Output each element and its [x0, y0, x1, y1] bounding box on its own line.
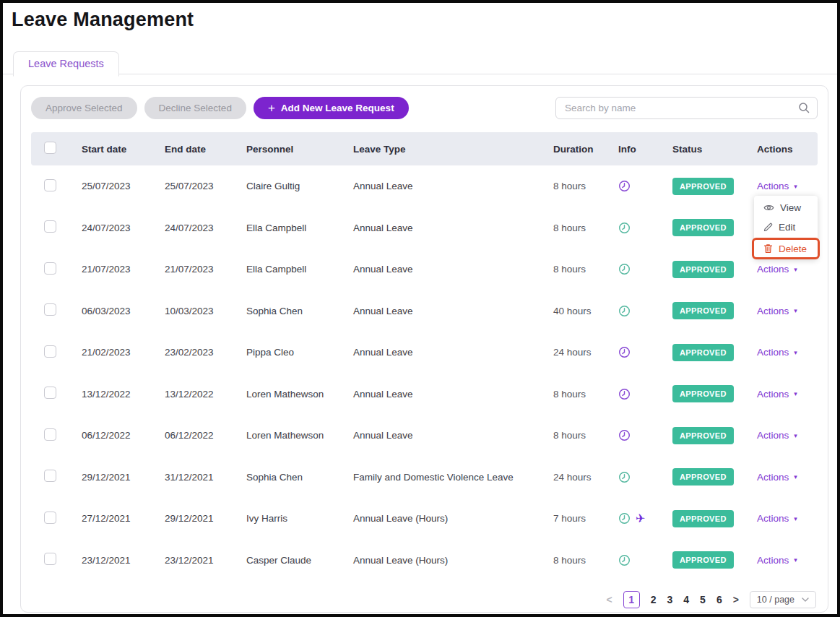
cell-duration: 24 hours [553, 472, 618, 483]
row-actions-link[interactable]: Actions ▾ [757, 389, 797, 400]
cell-status: APPROVED [672, 344, 757, 361]
chevron-down-icon [802, 597, 809, 602]
status-badge: APPROVED [672, 302, 734, 319]
row-checkbox[interactable] [44, 553, 56, 565]
search-input[interactable] [555, 97, 818, 119]
tab-label: Leave Requests [28, 58, 104, 69]
row-actions-link[interactable]: Actions ▾ [757, 472, 797, 483]
cell-actions: Actions ▾ [757, 472, 818, 483]
pagination-prev-button[interactable]: < [607, 594, 612, 605]
cell-end-date: 23/12/2021 [165, 555, 246, 566]
header-leave-type: Leave Type [353, 144, 553, 155]
row-actions-link[interactable]: Actions ▾ [757, 306, 797, 316]
table-row: 24/07/2023 24/07/2023 Ella Campbell Annu… [31, 207, 818, 249]
cell-leave-type: Annual Leave [353, 347, 553, 358]
cell-duration: 40 hours [553, 306, 618, 316]
cell-start-date: 23/12/2021 [82, 555, 165, 566]
row-checkbox[interactable] [44, 470, 56, 482]
actions-link-label: Actions [757, 389, 789, 400]
cell-actions: Actions ▾ [757, 264, 818, 275]
select-all-checkbox[interactable] [44, 142, 56, 154]
chevron-down-icon: ▾ [794, 556, 797, 564]
clock-icon [618, 554, 631, 566]
cell-actions: Actions ▾ [757, 306, 818, 316]
row-checkbox[interactable] [44, 345, 56, 358]
menu-item-edit[interactable]: Edit [754, 217, 818, 237]
edit-label: Edit [779, 222, 795, 233]
row-actions-link[interactable]: Actions ▾ [757, 264, 797, 275]
cell-start-date: 06/03/2023 [82, 306, 165, 316]
pagination-page-5[interactable]: 5 [700, 594, 706, 605]
menu-item-delete[interactable]: Delete [752, 238, 820, 259]
cell-info: ✈ [618, 346, 672, 358]
pagination-page-1[interactable]: 1 [623, 591, 640, 608]
add-new-leave-request-button[interactable]: + Add New Leave Request [254, 97, 409, 119]
chevron-down-icon: ▾ [794, 349, 797, 356]
cell-checkbox [31, 553, 82, 567]
row-actions-link[interactable]: Actions ▾ [757, 181, 797, 191]
row-actions-link[interactable]: Actions ▾ [757, 513, 797, 524]
actions-link-label: Actions [757, 181, 789, 191]
status-badge: APPROVED [672, 219, 734, 236]
cell-status: APPROVED [672, 302, 757, 319]
row-actions-link[interactable]: Actions ▾ [757, 555, 797, 566]
tab-bar: Leave Requests [3, 51, 837, 74]
row-checkbox[interactable] [44, 303, 56, 316]
chevron-down-icon: ▾ [794, 307, 797, 314]
chevron-down-icon: ▾ [794, 473, 797, 480]
cell-start-date: 21/02/2023 [82, 347, 165, 358]
pagination-page-3[interactable]: 3 [667, 594, 672, 605]
cell-checkbox [31, 512, 82, 526]
pagination-page-2[interactable]: 2 [651, 594, 657, 605]
chevron-down-icon: ▾ [794, 266, 797, 273]
row-checkbox[interactable] [44, 179, 56, 191]
cell-end-date: 24/07/2023 [165, 223, 246, 233]
cell-personnel: Casper Claude [246, 555, 353, 566]
cell-checkbox [31, 470, 82, 484]
clock-icon [618, 305, 631, 317]
row-actions-link[interactable]: Actions ▾ [757, 347, 797, 358]
table-row: 21/07/2023 21/07/2023 Ella Campbell Annu… [31, 249, 818, 290]
pagination-page-6[interactable]: 6 [716, 594, 722, 605]
row-checkbox[interactable] [44, 512, 56, 524]
cell-duration: 8 hours [553, 430, 618, 441]
search-container [555, 97, 818, 119]
cell-status: APPROVED [672, 468, 757, 486]
cell-personnel: Loren Mathewson [246, 389, 353, 400]
row-checkbox[interactable] [44, 428, 56, 441]
cell-checkbox [31, 262, 82, 277]
chevron-down-icon: ▾ [794, 432, 797, 439]
row-checkbox[interactable] [44, 387, 56, 399]
actions-link-label: Actions [757, 430, 789, 441]
cell-checkbox [31, 345, 82, 360]
tab-leave-requests[interactable]: Leave Requests [13, 51, 119, 77]
eye-icon [763, 204, 774, 212]
cell-info: ✈ [618, 263, 672, 275]
pagination-page-4[interactable]: 4 [683, 594, 689, 605]
cell-duration: 8 hours [553, 223, 618, 233]
approve-selected-button[interactable]: Approve Selected [31, 97, 137, 119]
page-size-select[interactable]: 10 / page [750, 591, 816, 608]
decline-selected-button[interactable]: Decline Selected [144, 97, 246, 119]
cell-end-date: 29/12/2021 [165, 513, 246, 524]
menu-item-view[interactable]: View [754, 198, 818, 217]
pagination-next-button[interactable]: > [733, 594, 739, 605]
row-actions-link[interactable]: Actions ▾ [757, 430, 797, 441]
cell-checkbox [31, 428, 82, 443]
status-badge: APPROVED [672, 385, 734, 402]
clock-icon [618, 512, 631, 525]
cell-status: APPROVED [672, 427, 757, 444]
leave-requests-panel: Approve Selected Decline Selected + Add … [20, 85, 828, 613]
cell-start-date: 13/12/2022 [82, 389, 165, 400]
cell-actions: Actions ▾ [757, 555, 818, 566]
cell-personnel: Ella Campbell [246, 223, 353, 233]
chevron-down-icon: ▾ [794, 390, 797, 397]
cell-duration: 8 hours [553, 555, 618, 566]
row-checkbox[interactable] [44, 220, 56, 233]
row-checkbox[interactable] [44, 262, 56, 275]
cell-end-date: 10/03/2023 [165, 306, 246, 316]
page-title: Leave Management [12, 9, 837, 31]
cell-actions: Actions ▾ [757, 181, 818, 191]
cell-personnel: Sophia Chen [246, 472, 353, 483]
cell-start-date: 24/07/2023 [82, 223, 165, 233]
